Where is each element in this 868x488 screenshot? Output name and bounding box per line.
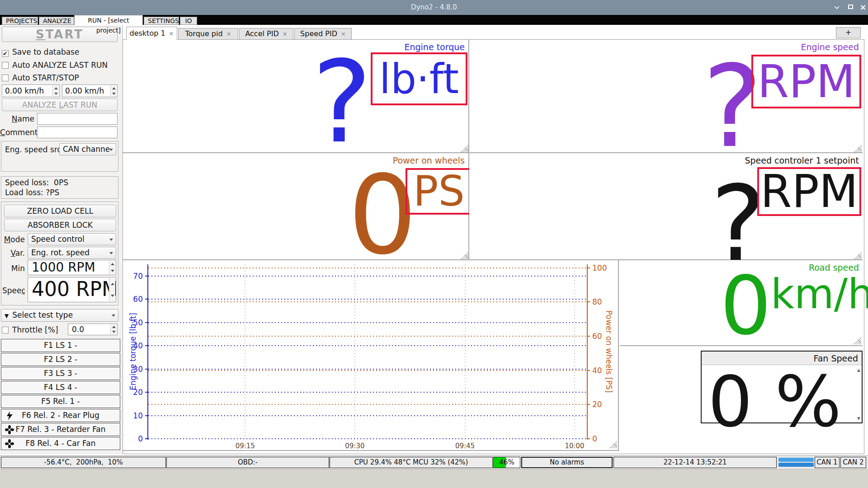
checkbox-icon [2,62,9,69]
progress-label: 46% [494,457,520,468]
speed-rpm-spinbox[interactable]: 400 RPM [28,277,116,302]
close-icon[interactable]: ✕ [169,30,174,37]
close-icon[interactable]: ✕ [283,31,288,38]
x-gridline [574,264,575,439]
speed-loss-text: Speed loss: 0PS [5,178,68,187]
eng-speed-src-dropdown[interactable]: CAN channe [59,143,116,155]
right-gridline [148,336,587,337]
activity-bar [778,458,814,462]
left-gridline [148,276,587,277]
resize-grip[interactable] [854,144,862,152]
resize-grip[interactable] [854,251,862,259]
can1-button[interactable]: CAN 1 [815,457,840,468]
checkbox-auto-analyze[interactable]: Auto ANALYZE LAST RUN [2,61,108,70]
throttle-spinbox[interactable]: 0.0 [68,324,118,335]
f2-relay-button[interactable]: F2 LS 2 - [1,353,120,366]
speed-setpoint-gauge: Speed controler 1 setpoint ? RPM [469,153,863,260]
f6-relay-button[interactable]: F6 Rel. 2 - Rear Plug [1,409,120,422]
spinner-arrows[interactable] [110,324,117,334]
menu-tab-run[interactable]: RUN - [select project] [74,15,143,25]
comment-input[interactable] [37,127,118,138]
spinner-arrows[interactable] [109,278,115,301]
select-test-type-dropdown[interactable]: ▼Select test type [1,309,118,322]
f7-relay-button[interactable]: F7 Rel. 3 - Retarder Fan [1,423,120,436]
alarms-status: No alarms [521,457,613,468]
cpu-status: CPU 29.4% 48°C MCU 32% (42%) [330,457,493,468]
menu-tab-io[interactable]: IO [180,17,197,25]
analyze-last-run-button[interactable]: ANALYZE LAST RUN [2,99,118,111]
gauge-value: 0 % [708,367,841,437]
left-axis-title: Engine torque [lb·ft] [128,275,137,428]
fan-icon [5,439,14,452]
spinner-arrows[interactable] [109,261,115,274]
f5-relay-button[interactable]: F5 Rel. 1 - [1,395,120,408]
time-chart: 09:1509:3009:4510:0002040608010001020304… [123,260,619,451]
window-shade-button[interactable] [831,3,843,12]
environment-status: -56.4°C, 200hPa, 10% [1,457,166,468]
min-rpm-spinbox[interactable]: 1000 RPM [28,260,116,275]
right-tick-label: 40 [592,366,602,375]
power-on-wheels-gauge: Power on wheels 0 PS [123,153,469,260]
run-sidebar: START ✔Save to database Auto ANALYZE LAS… [0,25,123,454]
tab-torque-pid[interactable]: Torque pid✕ [178,28,238,40]
gauge-unit: RPM [751,55,861,108]
road-speed-gauge: Road speed 0 km/h [620,260,863,346]
down-arrow-icon[interactable]: ▼ [857,416,860,421]
checkbox-icon [2,327,9,333]
add-tab-button[interactable]: + [836,27,861,38]
spinner-arrows[interactable] [52,85,59,96]
close-icon[interactable]: ✕ [226,31,231,38]
left-gridline [148,415,587,416]
speed-rpm-value: 400 RPM [32,277,116,300]
triangle-down-icon: ▼ [5,313,9,319]
mode-label: Mode [1,235,25,244]
zero-load-cell-button[interactable]: ZERO LOAD CELL [4,205,116,217]
gauge-value: 0 [720,266,771,346]
tab-accel-pid[interactable]: Accel PID✕ [239,28,293,40]
name-input[interactable] [37,113,118,125]
left-gridline [148,299,587,300]
window-close-button[interactable]: × [857,3,868,12]
throttle-checkbox-row[interactable]: Throttle [%] [2,325,58,334]
f3-relay-button[interactable]: F3 LS 3 - [1,367,120,380]
resize-grip[interactable] [460,144,468,152]
left-gridline [148,392,587,393]
menu-tab-settings[interactable]: SETTINGS [144,17,179,25]
x-tick-label: 10:00 [561,442,588,450]
f8-relay-button[interactable]: F8 Rel. 4 - Car Fan [1,437,120,450]
right-gridline [148,370,587,371]
left-gridline [148,345,587,346]
obd-status: OBD:- [166,457,329,468]
tab-desktop-1[interactable]: desktop 1✕ [126,27,177,40]
checkbox-save-to-database[interactable]: ✔Save to database [2,47,79,56]
gauge-title: Engine torque [404,42,465,52]
resize-grip[interactable] [460,251,468,259]
right-gridline [148,404,587,405]
can2-button[interactable]: CAN 2 [840,457,866,468]
right-gridline [148,267,587,268]
f1-relay-button[interactable]: F1 LS 1 - [1,339,120,352]
x-gridline [354,264,355,439]
mode-dropdown[interactable]: Speed control [28,233,116,245]
speed-label: Speed [2,286,25,295]
checkbox-label: Auto ANALYZE LAST RUN [12,61,108,70]
speed-spinbox-2[interactable]: 0.00 km/h [62,84,118,97]
resize-grip[interactable] [853,336,861,344]
menu-tab-analyze[interactable]: ANALYZE [39,17,74,25]
absorber-lock-button[interactable]: ABSORBER LOCK [4,219,116,231]
x-tick-label: 09:30 [341,442,368,450]
window-maximize-button[interactable] [844,3,856,12]
speed-spinbox-1[interactable]: 0.00 km/h [2,84,60,97]
left-gridline [148,369,587,370]
f4-relay-button[interactable]: F4 LS 4 - [1,381,120,394]
checkbox-auto-start-stop[interactable]: Auto START/STOP [2,73,79,82]
progress-cell: 46% [493,457,520,468]
title-bar: Dyno2 - 4.8.0 × [0,0,868,15]
var-dropdown[interactable]: Eng. rot. speed [28,247,116,259]
up-arrow-icon[interactable]: ▲ [857,368,860,372]
resize-grip[interactable] [609,440,617,448]
spinner-arrows[interactable] [110,85,117,96]
checkbox-icon [2,75,9,81]
menu-tab-projects[interactable]: PROJECTS [2,17,38,25]
min-rpm-value: 1000 RPM [32,260,95,275]
